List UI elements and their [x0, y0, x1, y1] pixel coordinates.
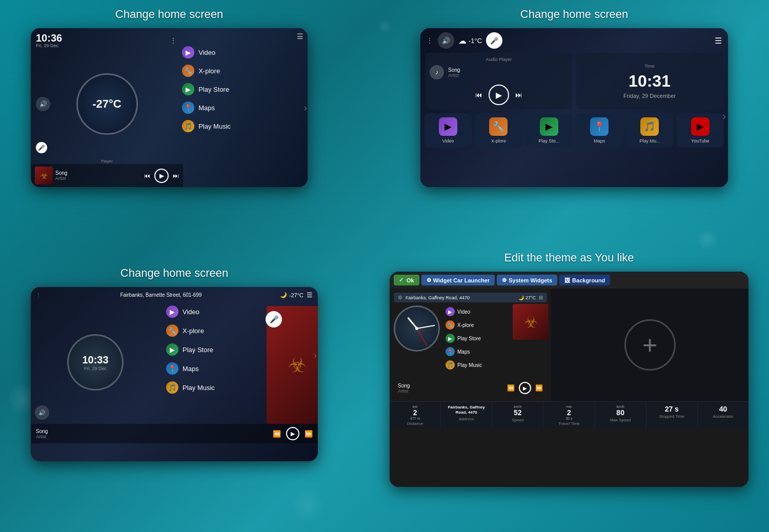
- s4-player-area: Song Artist ⏪ ▶ ⏩: [394, 379, 547, 397]
- s4-analog-area: ▶ Video 🔧 X-plore ▶ Play Store: [394, 305, 547, 379]
- s1-time: 10:36: [36, 32, 62, 44]
- s4-song-title: Song: [398, 383, 503, 388]
- s2-xplore-label: X-plore: [491, 138, 506, 144]
- q2-title: Change home screen: [520, 8, 628, 21]
- s3-moon-icon: 🌙: [280, 292, 287, 298]
- quadrant-4: Edit the theme as You like ✓ Ok ⊕ Widget…: [374, 251, 764, 487]
- s1-right-top: ☰: [180, 32, 303, 43]
- s4-fastfwd-btn[interactable]: ⏩: [535, 384, 543, 392]
- s4-grid-icon: ⊞: [539, 295, 543, 300]
- s2-audio-label: Audio Player: [430, 57, 568, 62]
- s1-hamburger-icon[interactable]: ☰: [297, 32, 303, 40]
- s4-stat-travel: min 2 30 s Travel Time: [543, 402, 595, 429]
- s2-video-label: Video: [442, 138, 454, 144]
- s1-song-artist: Artist: [55, 176, 141, 181]
- s2-audio-widget: Audio Player ♪ Song Artist ⏮ ▶ ⏭: [426, 53, 572, 109]
- s4-dist-label: Distance: [392, 421, 438, 426]
- s3-more-icon[interactable]: ⋮: [36, 292, 42, 298]
- s2-more-icon[interactable]: ⋮: [427, 37, 434, 44]
- s2-next-btn[interactable]: ⏭: [515, 91, 522, 99]
- s4-stat-maxspeed: km/h 80 Max Speed: [595, 402, 646, 429]
- phone-1: 10:36 Fri, 29 Dec ⋮ 🔊 -27°C 🎤 Player: [31, 28, 308, 187]
- s1-menu-playstore[interactable]: ▶ Play Store: [180, 80, 303, 98]
- s1-play-btn[interactable]: ▶: [154, 169, 169, 183]
- s2-play-btn[interactable]: ▶: [489, 85, 509, 105]
- s4-play-btn[interactable]: ▶: [519, 382, 531, 394]
- s1-mic-btn[interactable]: 🎤: [36, 142, 47, 153]
- s2-topbar: ⋮ 🔊 ☁ -1°C 🎤 ☰: [420, 28, 728, 53]
- s3-song-title: Song: [36, 428, 270, 434]
- s3-left-panel: 10:33 Fri, 29 Dec 🔊: [31, 301, 160, 424]
- s1-date: Fri, 29 Dec: [36, 43, 62, 48]
- s2-app-video[interactable]: ▶ Video: [424, 113, 472, 148]
- s2-app-playstore[interactable]: ▶ Play Sto...: [525, 113, 573, 148]
- s2-maps-label: Maps: [594, 138, 605, 144]
- s1-menu-maps[interactable]: 📍 Maps: [180, 99, 303, 116]
- s1-right-panel: ☰ ▶ Video 🔧 X-plore ▶ Play Store 📍 Maps: [177, 28, 308, 187]
- s1-controls: ⏮ ▶ ⏭: [144, 169, 179, 183]
- s2-time-widget: Time 10:31 Friday, 29 December: [576, 53, 723, 109]
- s4-dist-sub: 477 m: [392, 417, 438, 420]
- s4-maxspeed-label: Max Speed: [597, 418, 644, 422]
- s4-mini-playstore-icon: ▶: [446, 334, 455, 343]
- s1-player-label: Player: [31, 157, 183, 164]
- s4-dist-unit: km: [392, 405, 438, 408]
- s4-stat-stopped: 27 s Stopped Time: [646, 402, 698, 429]
- s3-play-btn[interactable]: ▶: [286, 427, 299, 440]
- s4-min-hand: [417, 325, 435, 329]
- s1-prev-btn[interactable]: ⏮: [144, 172, 150, 179]
- s1-scroll-indicator: ›: [302, 92, 308, 123]
- s1-menu-playmusic[interactable]: 🎵 Play Music: [180, 117, 303, 135]
- s4-bg-btn[interactable]: 🖼 Background: [559, 275, 610, 285]
- s4-widget-btn[interactable]: ⊕ Widget Car Launcher: [421, 275, 495, 285]
- s3-rewind-btn[interactable]: ⏪: [273, 430, 281, 438]
- s4-song-info: Song Artist: [398, 383, 503, 394]
- s4-stat-distance: km 2 477 m Distance: [390, 402, 441, 429]
- s1-playstore-icon: ▶: [182, 83, 194, 95]
- s2-hamburger-icon[interactable]: ☰: [715, 36, 722, 46]
- s2-app-playmusic[interactable]: 🎵 Play Mu...: [626, 113, 673, 148]
- s2-app-xplore[interactable]: 🔧 X-plore: [475, 113, 522, 148]
- s2-weather: ☁ -1°C: [458, 36, 482, 46]
- s3-speaker-btn[interactable]: 🔊: [35, 405, 49, 420]
- s4-addr-bar: ⚙ Fairbanks, Gaffney Road, 4470 🌙 27°C ⊞: [394, 293, 547, 302]
- s2-mic-btn[interactable]: 🎤: [486, 32, 502, 49]
- s1-more-icon[interactable]: ⋮: [170, 36, 178, 45]
- s4-analog-clock: [394, 305, 440, 352]
- s1-menu-video[interactable]: ▶ Video: [180, 44, 303, 61]
- s1-menu-xplore[interactable]: 🔧 X-plore: [180, 62, 303, 79]
- s2-prev-btn[interactable]: ⏮: [475, 91, 482, 99]
- s4-sys-btn[interactable]: ⊕ System Widgets: [497, 275, 557, 285]
- s3-clock: 10:33 Fri, 29 Dec: [67, 334, 124, 391]
- s4-add-widget-btn[interactable]: +: [624, 319, 676, 371]
- s2-app-youtube[interactable]: ▶ YouTube: [677, 113, 724, 148]
- s1-maps-label: Maps: [198, 104, 215, 112]
- s4-travel-label: Travel Time: [545, 421, 592, 426]
- s3-mic-overlay[interactable]: 🎤: [266, 311, 282, 328]
- s3-song-info: Song Artist: [36, 428, 270, 439]
- s2-app-maps[interactable]: 📍 Maps: [576, 113, 623, 148]
- s2-speaker-btn[interactable]: 🔊: [438, 32, 454, 49]
- s1-song-title: Song: [55, 170, 141, 176]
- s4-ok-btn[interactable]: ✓ Ok: [394, 275, 419, 285]
- s4-list-playmusic[interactable]: 🎵 Play Music: [444, 359, 547, 371]
- s4-addr-label: Address: [443, 417, 490, 421]
- s4-stopped-value: 27 s: [649, 405, 695, 413]
- s2-apps-row: ▶ Video 🔧 X-plore ▶ Play Sto... 📍 Maps 🎵: [420, 113, 728, 148]
- s4-mini-playstore-label: Play Store: [457, 336, 481, 341]
- s2-youtube-label: YouTube: [691, 138, 709, 144]
- s4-plus-icon-1: ⊕: [427, 277, 431, 283]
- s4-rewind-btn[interactable]: ⏪: [507, 384, 515, 392]
- s3-playmusic-label: Play Music: [183, 384, 215, 392]
- s4-maxspeed-unit: km/h: [597, 405, 644, 408]
- s1-speaker-btn[interactable]: 🔊: [36, 97, 50, 111]
- s2-song-artist: Artist: [448, 73, 568, 78]
- s2-big-date: Friday, 29 December: [623, 93, 676, 99]
- s2-cloud-icon: ☁: [458, 36, 467, 46]
- s1-xplore-icon: 🔧: [182, 65, 194, 77]
- s4-list-maps[interactable]: 📍 Maps: [444, 345, 547, 358]
- s4-album-area: ☣: [513, 304, 549, 340]
- s3-hamburger-icon[interactable]: ☰: [307, 291, 313, 299]
- s3-fastfwd-btn[interactable]: ⏩: [305, 430, 313, 438]
- s4-toolbar: ✓ Ok ⊕ Widget Car Launcher ⊕ System Widg…: [390, 272, 748, 289]
